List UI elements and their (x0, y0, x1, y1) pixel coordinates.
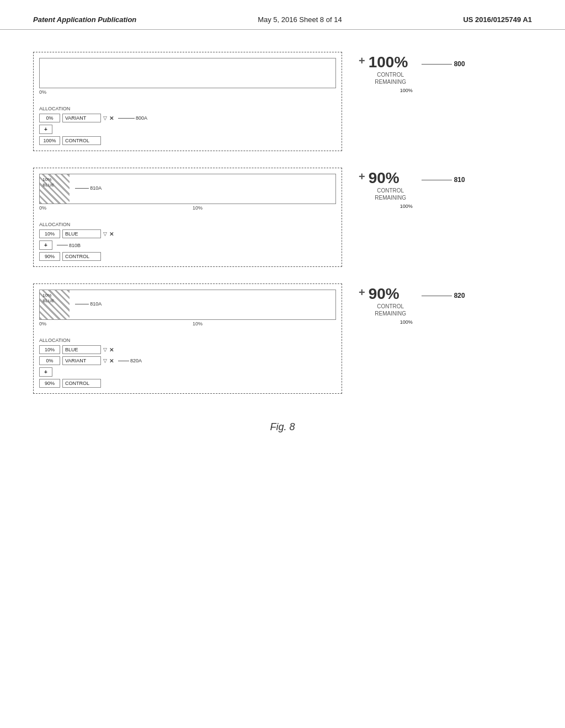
control-percent-800: 100% (369, 55, 413, 70)
add-btn-row-820: + (39, 367, 336, 377)
alloc-pct-800-0[interactable]: 0% (39, 114, 60, 122)
control-remaining-800: CONTROLREMAINING (369, 71, 413, 85)
right-side-810: + 90% CONTROLREMAINING 100% 810 (359, 168, 465, 209)
close-btn-810-0[interactable]: ✕ (109, 231, 114, 237)
progress-bar-820: 10%BLUE 810A (39, 290, 336, 320)
alloc-pct-820-1[interactable]: 0% (39, 356, 60, 365)
scale-right-800: 100% (400, 88, 413, 93)
ui-box-800: 0% ALLOCATION 0% VARIANT ▽ ✕ 800A (33, 52, 342, 151)
control-info-810: 90% CONTROLREMAINING 100% (369, 170, 413, 209)
progress-label-right-820: 10% (193, 321, 202, 326)
control-percent-820: 90% (369, 286, 413, 302)
figure-label: Fig. 8 (33, 421, 532, 433)
add-btn-800[interactable]: + (39, 125, 52, 134)
control-remaining-820: CONTROLREMAINING (369, 303, 413, 317)
alloc-pct-820-0[interactable]: 10% (39, 345, 60, 354)
progress-label-left-800: 0% (39, 89, 46, 95)
diagram-800: 0% ALLOCATION 0% VARIANT ▽ ✕ 800A (33, 52, 532, 151)
right-side-820: + 90% CONTROLREMAINING 100% 820 (359, 283, 465, 325)
callout-label-800A: 800A (136, 115, 147, 121)
add-variant-btn-820[interactable]: + (359, 286, 365, 299)
allocation-section-810: ALLOCATION 10% BLUE ▽ ✕ + 810B (39, 222, 336, 261)
alloc-pct-810-0[interactable]: 10% (39, 229, 60, 238)
allocation-row-810-0: 10% BLUE ▽ ✕ (39, 229, 336, 238)
allocation-section-800: ALLOCATION 0% VARIANT ▽ ✕ 800A + (39, 106, 336, 145)
fill-callout-810A: 810A (75, 185, 102, 191)
callout-800A: 800A (118, 115, 147, 121)
control-pct-820[interactable]: 90% (39, 379, 60, 388)
outer-callout-label-810: 810 (454, 176, 465, 184)
add-variant-btn-800[interactable]: + (359, 55, 365, 67)
control-name-820: CONTROL (62, 379, 101, 388)
scale-right-810: 100% (400, 204, 413, 209)
diagram-820: 10%BLUE 810A 0% 10% ALLOCATION 10% BLUE … (33, 283, 532, 394)
add-variant-btn-810[interactable]: + (359, 170, 365, 183)
progress-label-left-820: 0% (39, 321, 46, 326)
fill-label-820: 10%BLUE (42, 293, 54, 303)
control-name-800: CONTROL (62, 136, 101, 145)
ui-box-810: 10%BLUE 810A 0% 10% ALLOCATION 10% BLUE … (33, 168, 342, 267)
control-pct-810[interactable]: 90% (39, 252, 60, 261)
alloc-name-820-1[interactable]: VARIANT (62, 356, 101, 365)
ui-box-820: 10%BLUE 810A 0% 10% ALLOCATION 10% BLUE … (33, 283, 342, 394)
outer-callout-810: 810 (422, 176, 465, 184)
dropdown-icon-820-0[interactable]: ▽ (103, 347, 107, 352)
header-sheet-info: May 5, 2016 Sheet 8 of 14 (258, 15, 342, 24)
allocation-row-800-0: 0% VARIANT ▽ ✕ 800A (39, 114, 336, 122)
add-btn-810[interactable]: + (39, 240, 52, 250)
control-row-810: 90% CONTROL (39, 252, 336, 261)
alloc-name-810-0[interactable]: BLUE (62, 229, 101, 238)
dropdown-icon-820-1[interactable]: ▽ (103, 358, 107, 363)
allocation-label-810: ALLOCATION (39, 222, 336, 227)
allocation-row-820-0: 10% BLUE ▽ ✕ (39, 345, 336, 354)
control-percent-810: 90% (369, 170, 413, 186)
header-patent-number: US 2016/0125749 A1 (463, 15, 532, 24)
close-btn-800-0[interactable]: ✕ (109, 115, 114, 121)
add-btn-row-800: + (39, 125, 336, 134)
progress-bar-800 (39, 58, 336, 88)
outer-callout-label-820: 820 (454, 292, 465, 299)
outer-callout-800: 800 (422, 60, 465, 68)
progress-bar-810: 10%BLUE 810A (39, 174, 336, 204)
fill-label-810: 10%BLUE (42, 177, 54, 188)
outer-callout-label-800: 800 (454, 60, 465, 68)
callout-label-820A: 820A (130, 358, 142, 363)
outer-callout-820: 820 (422, 292, 465, 299)
control-info-820: 90% CONTROLREMAINING 100% (369, 286, 413, 325)
progress-label-right-810: 10% (193, 205, 202, 211)
allocation-label-820: ALLOCATION (39, 338, 336, 343)
callout-810B: 810B (57, 243, 81, 248)
fill-callout-label-810A: 810A (90, 185, 102, 191)
allocation-row-820-1: 0% VARIANT ▽ ✕ 820A (39, 356, 336, 365)
allocation-section-820: ALLOCATION 10% BLUE ▽ ✕ 0% VARIANT ▽ ✕ (39, 338, 336, 388)
control-pct-800[interactable]: 100% (39, 136, 60, 145)
page-header: Patent Application Publication May 5, 20… (0, 0, 565, 30)
scale-right-820: 100% (400, 319, 413, 325)
control-row-820: 90% CONTROL (39, 379, 336, 388)
header-publication: Patent Application Publication (33, 15, 136, 24)
main-content: 0% ALLOCATION 0% VARIANT ▽ ✕ 800A (0, 30, 565, 455)
control-name-810: CONTROL (62, 252, 101, 261)
diagram-810: 10%BLUE 810A 0% 10% ALLOCATION 10% BLUE … (33, 168, 532, 267)
right-side-800: + 100% CONTROLREMAINING 100% 800 (359, 52, 465, 93)
close-btn-820-0[interactable]: ✕ (109, 347, 114, 353)
alloc-name-800-0[interactable]: VARIANT (62, 114, 101, 122)
control-info-800: 100% CONTROLREMAINING 100% (369, 55, 413, 93)
add-btn-820[interactable]: + (39, 367, 52, 377)
close-btn-820-1[interactable]: ✕ (109, 358, 114, 364)
control-remaining-810: CONTROLREMAINING (369, 187, 413, 201)
dropdown-icon-800-0[interactable]: ▽ (103, 115, 107, 121)
callout-label-810B: 810B (69, 243, 81, 248)
control-row-800: 100% CONTROL (39, 136, 336, 145)
allocation-label-800: ALLOCATION (39, 106, 336, 111)
dropdown-icon-810-0[interactable]: ▽ (103, 231, 107, 237)
callout-820A: 820A (118, 358, 142, 363)
progress-label-left-810: 0% (39, 205, 46, 211)
fill-callout-820-810A: 810A (75, 301, 102, 307)
fill-callout-label-820-810A: 810A (90, 301, 102, 307)
alloc-name-820-0[interactable]: BLUE (62, 345, 101, 354)
add-btn-row-810: + 810B (39, 240, 336, 250)
